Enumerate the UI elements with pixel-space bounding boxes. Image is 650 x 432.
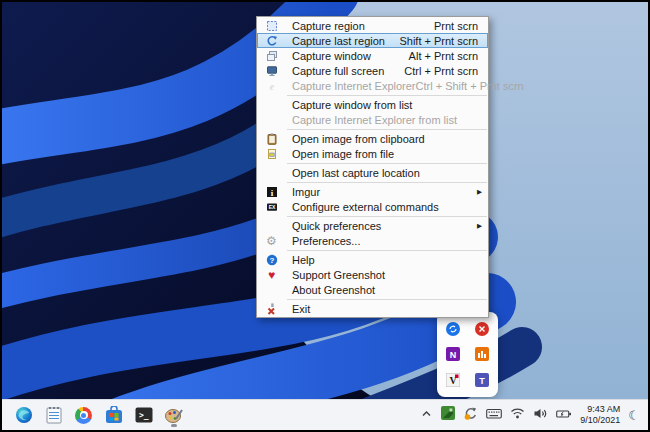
menu-item-capture-window-from-list[interactable]: Capture window from list <box>257 97 488 112</box>
menu-separator <box>287 95 487 96</box>
paint-palette-icon[interactable] <box>164 404 183 426</box>
clock-time: 9:43 AM <box>580 404 620 415</box>
menu-item-capture-last-region[interactable]: Capture last region Shift + Prnt scrn <box>257 33 488 48</box>
menu-separator <box>287 299 487 300</box>
menu-item-label: Capture full screen <box>285 65 404 77</box>
menu-item-quick-preferences[interactable]: Quick preferences ▶ <box>257 218 488 233</box>
touch-keyboard-icon[interactable] <box>486 406 502 424</box>
desktop-screen: N V T Capture region Prnt scrn Capture l… <box>0 0 650 432</box>
menu-item-label: About Greenshot <box>285 284 484 296</box>
taskbar-app-icons: >_ <box>2 404 183 426</box>
menu-item-exit[interactable]: Exit <box>257 301 488 316</box>
menu-item-help[interactable]: ? Help <box>257 252 488 267</box>
menu-separator <box>287 250 487 251</box>
menu-item-open-image-from-file[interactable]: Open image from file <box>257 146 488 161</box>
menu-separator <box>287 182 487 183</box>
greenshot-tray-icon[interactable] <box>441 406 455 424</box>
running-indicator-dot <box>171 424 177 427</box>
capture-region-icon <box>258 20 285 32</box>
image-file-icon <box>258 148 285 160</box>
submenu-arrow-icon: ▶ <box>477 222 484 230</box>
menu-item-capture-ie-from-list[interactable]: Capture Internet Explorer from list <box>257 112 488 127</box>
menu-item-capture-window[interactable]: Capture window Alt + Prnt scrn <box>257 48 488 63</box>
svg-text:T: T <box>479 376 485 386</box>
menu-item-capture-internet-explorer[interactable]: e Capture Internet Explorer Ctrl + Shift… <box>257 78 488 93</box>
menu-item-label: Configure external commands <box>285 201 484 213</box>
heart-icon: ♥ <box>258 269 285 281</box>
taskbar-clock[interactable]: 9:43 AM 9/10/2021 <box>580 404 620 426</box>
menu-separator <box>287 163 487 164</box>
chrome-icon[interactable] <box>74 404 93 426</box>
sync-update-icon[interactable] <box>463 406 478 425</box>
capture-window-icon <box>258 50 285 62</box>
moon-focus-assist-icon[interactable]: ☾ <box>628 409 640 422</box>
menu-item-preferences[interactable]: ⚙ Preferences... <box>257 233 488 248</box>
internet-explorer-icon: e <box>258 80 285 92</box>
exit-icon <box>258 303 285 315</box>
menu-item-shortcut: Prnt scrn <box>434 20 484 32</box>
chevron-up-icon[interactable] <box>420 406 433 424</box>
menu-item-label: Capture Internet Explorer <box>285 80 416 92</box>
menu-item-label: Open image from file <box>285 148 484 160</box>
notepad-icon[interactable] <box>44 404 63 426</box>
teams-icon[interactable]: T <box>474 373 489 388</box>
menu-separator <box>287 129 487 130</box>
capture-full-screen-icon <box>258 65 285 77</box>
menu-separator <box>287 216 487 217</box>
menu-item-about-greenshot[interactable]: About Greenshot <box>257 282 488 297</box>
microsoft-store-icon[interactable] <box>104 404 123 426</box>
menu-item-label: Exit <box>285 303 484 315</box>
menu-item-label: Capture region <box>285 20 434 32</box>
greenshot-context-menu: Capture region Prnt scrn Capture last re… <box>256 16 489 318</box>
menu-item-label: Help <box>285 254 484 266</box>
menu-item-open-last-capture-location[interactable]: Open last capture location <box>257 165 488 180</box>
clock-date: 9/10/2021 <box>580 415 620 426</box>
svg-text:>_: >_ <box>139 411 149 420</box>
blue-sync-circle-icon[interactable] <box>446 321 461 336</box>
help-icon: ? <box>258 254 285 266</box>
menu-item-label: Open last capture location <box>285 167 484 179</box>
submenu-arrow-icon: ▶ <box>477 188 484 196</box>
menu-item-imgur[interactable]: i Imgur ▶ <box>257 184 488 199</box>
menu-item-label: Open image from clipboard <box>285 133 484 145</box>
menu-item-configure-external-commands[interactable]: EX Configure external commands <box>257 199 488 214</box>
menu-item-label: Capture last region <box>285 35 399 47</box>
wifi-icon[interactable] <box>510 406 525 424</box>
media-v-app-icon[interactable]: V <box>446 373 461 388</box>
battery-plugged-icon[interactable] <box>556 406 572 424</box>
system-tray: 9:43 AM 9/10/2021 ☾ <box>420 404 648 426</box>
menu-item-shortcut: Alt + Prnt scrn <box>409 50 484 62</box>
edge-icon[interactable] <box>14 404 33 426</box>
svg-text:e: e <box>269 80 274 91</box>
onenote-icon[interactable]: N <box>446 347 461 362</box>
menu-item-label: Imgur <box>285 186 477 198</box>
menu-item-support-greenshot[interactable]: ♥ Support Greenshot <box>257 267 488 282</box>
tray-overflow-flyout: N V T <box>437 312 498 397</box>
svg-text:?: ? <box>269 256 274 265</box>
menu-item-open-image-from-clipboard[interactable]: Open image from clipboard <box>257 131 488 146</box>
svg-text:EX: EX <box>268 204 275 210</box>
external-commands-icon: EX <box>258 201 285 213</box>
menu-item-shortcut: Ctrl + Shift + Prnt scrn <box>416 80 530 92</box>
menu-item-label: Support Greenshot <box>285 269 484 281</box>
gear-icon: ⚙ <box>258 235 285 247</box>
orange-app-icon[interactable] <box>474 347 489 362</box>
capture-last-region-icon <box>258 35 285 47</box>
terminal-icon[interactable]: >_ <box>134 404 153 426</box>
clipboard-icon <box>258 133 285 145</box>
taskbar: >_ <box>2 399 648 430</box>
menu-item-label: Preferences... <box>285 235 484 247</box>
svg-text:N: N <box>450 350 457 360</box>
imgur-icon: i <box>258 186 285 198</box>
menu-item-label: Capture window from list <box>285 99 484 111</box>
menu-item-shortcut: Ctrl + Prnt scrn <box>404 65 484 77</box>
menu-item-capture-region[interactable]: Capture region Prnt scrn <box>257 18 488 33</box>
volume-icon[interactable] <box>533 406 548 424</box>
menu-item-capture-full-screen[interactable]: Capture full screen Ctrl + Prnt scrn <box>257 63 488 78</box>
menu-item-label: Quick preferences <box>285 220 477 232</box>
menu-item-shortcut: Shift + Prnt scrn <box>399 35 484 47</box>
menu-item-label: Capture Internet Explorer from list <box>285 114 484 126</box>
red-error-circle-icon[interactable] <box>474 321 489 336</box>
menu-item-label: Capture window <box>285 50 409 62</box>
